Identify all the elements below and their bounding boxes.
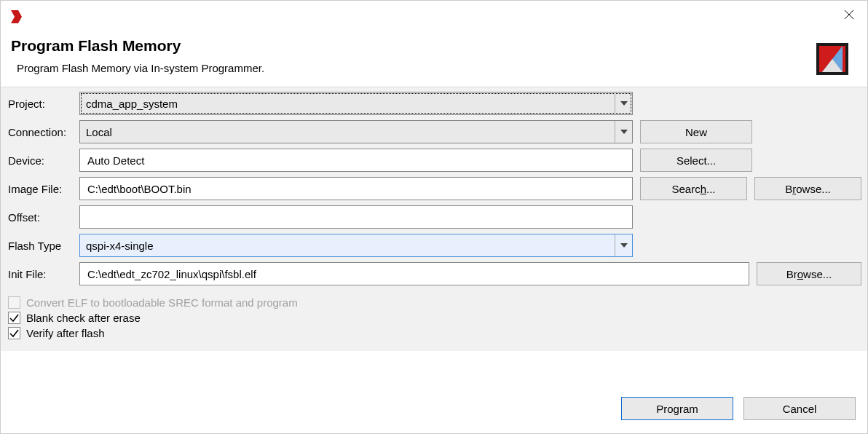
project-label: Project: [7, 98, 76, 110]
checkboxes: Convert ELF to bootloadable SREC format … [7, 291, 861, 345]
connection-label: Connection: [7, 126, 76, 138]
header: Program Flash Memory Program Flash Memor… [1, 33, 867, 87]
close-button[interactable] [832, 3, 866, 26]
app-icon [9, 9, 25, 25]
offset-field[interactable] [79, 205, 633, 229]
project-combo[interactable]: cdma_app_system [79, 92, 633, 115]
convert-elf-checkbox [8, 296, 20, 309]
convert-elf-label: Convert ELF to bootloadable SREC format … [26, 296, 298, 309]
cancel-button[interactable]: Cancel [743, 397, 856, 420]
flash-type-combo[interactable]: qspi-x4-single [79, 234, 633, 257]
titlebar [1, 1, 867, 33]
page-title: Program Flash Memory [11, 37, 264, 55]
flash-wizard-icon [815, 42, 850, 76]
flash-type-label: Flash Type [7, 240, 76, 252]
flash-type-value: qspi-x4-single [86, 240, 154, 252]
new-connection-button[interactable]: New [640, 120, 752, 143]
chevron-down-icon [615, 121, 632, 143]
blank-check-row[interactable]: Blank check after erase [8, 312, 860, 324]
verify-label: Verify after flash [26, 327, 105, 339]
offset-label: Offset: [7, 211, 76, 224]
program-flash-dialog: Program Flash Memory Program Flash Memor… [0, 0, 868, 434]
convert-elf-row: Convert ELF to bootloadable SREC format … [8, 296, 860, 309]
blank-check-checkbox[interactable] [8, 312, 20, 324]
verify-checkbox[interactable] [8, 327, 20, 339]
blank-check-label: Blank check after erase [26, 312, 141, 324]
offset-input[interactable] [86, 210, 626, 224]
device-field[interactable] [79, 149, 633, 172]
init-file-field[interactable] [79, 262, 749, 285]
chevron-down-icon [615, 234, 632, 256]
connection-value: Local [86, 126, 112, 138]
header-text: Program Flash Memory Program Flash Memor… [11, 37, 264, 74]
init-file-input[interactable] [86, 267, 743, 281]
connection-combo[interactable]: Local [79, 120, 633, 143]
select-device-button[interactable]: Select... [640, 149, 752, 172]
device-label: Device: [7, 154, 76, 167]
search-button[interactable]: Search... [640, 177, 747, 200]
browse-image-button[interactable]: Browse... [754, 177, 861, 200]
image-file-label: Image File: [7, 183, 76, 195]
browse-init-button[interactable]: Browse... [757, 262, 861, 285]
image-file-field[interactable] [79, 177, 633, 200]
image-file-input[interactable] [86, 182, 626, 196]
footer: Program Cancel [1, 351, 867, 433]
project-value: cdma_app_system [86, 98, 178, 110]
init-file-label: Init File: [7, 268, 76, 280]
program-button[interactable]: Program [621, 397, 733, 420]
verify-row[interactable]: Verify after flash [8, 327, 860, 339]
device-input[interactable] [86, 154, 626, 167]
page-subtitle: Program Flash Memory via In-system Progr… [11, 62, 264, 74]
form-area: Project: cdma_app_system Connection: Loc… [1, 87, 867, 351]
chevron-down-icon [615, 92, 632, 114]
